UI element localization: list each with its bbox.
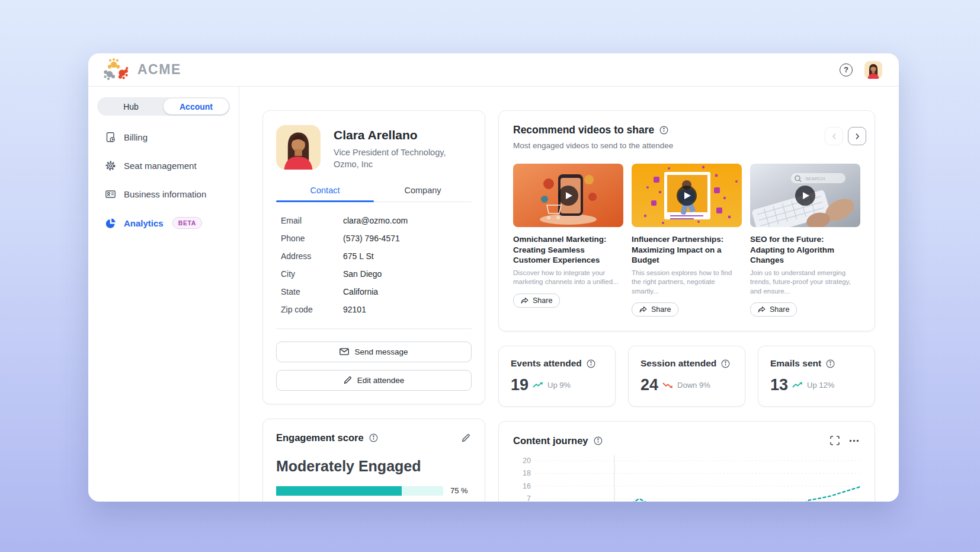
user-avatar[interactable] <box>864 61 882 79</box>
trend-down-icon <box>662 382 673 388</box>
tab-company[interactable]: Company <box>374 186 472 202</box>
info-icon[interactable] <box>594 436 603 445</box>
svg-text:20: 20 <box>523 457 531 465</box>
contact-card: Clara Arellano Vice President of Technol… <box>262 110 485 404</box>
field-phone: Phone (573) 796-4571 <box>281 234 467 244</box>
brand: ACME <box>104 58 181 82</box>
video-thumbnail-influencer[interactable] <box>632 164 742 227</box>
share-icon <box>639 306 647 313</box>
pencil-icon <box>462 433 470 442</box>
gear-icon <box>104 160 116 171</box>
acme-logo-icon <box>104 58 130 82</box>
sidebar-item-label: Analytics <box>124 218 164 228</box>
svg-text:16: 16 <box>523 482 531 490</box>
carousel-prev-button[interactable] <box>825 127 843 145</box>
envelope-icon <box>340 348 349 355</box>
trend-up-icon <box>533 382 543 388</box>
edit-attendee-button[interactable]: Edit attendee <box>276 370 472 391</box>
videos-title: Recommend videos to share <box>513 124 654 136</box>
stats-row: Events attended 19 <box>498 346 875 407</box>
video-card-2: Influencer Partnerships: Maximizing Impa… <box>632 164 742 317</box>
field-state: State California <box>281 287 467 297</box>
share-button[interactable]: Share <box>750 302 797 317</box>
contact-fields: Email clara@ozmo.com Phone (573) 796-457… <box>276 216 472 315</box>
pencil-icon <box>344 376 352 384</box>
content-journey-chart[interactable]: 201816765 <box>513 454 860 502</box>
videos-subtitle: Most engaged videos to send to the atten… <box>513 141 860 150</box>
field-zip: Zip code 92101 <box>281 305 467 315</box>
engagement-bar-label: 75 % <box>450 486 472 495</box>
engagement-bar-track <box>276 486 443 496</box>
hub-account-toggle: Hub Account <box>97 97 230 116</box>
chevron-left-icon <box>831 133 837 140</box>
ellipsis-icon <box>849 439 859 442</box>
stat-card-session-attended: Session attended 24 <box>628 346 745 407</box>
sidebar-item-business-information[interactable]: Business information <box>104 189 230 200</box>
toggle-hub[interactable]: Hub <box>98 98 164 114</box>
expand-button[interactable] <box>829 435 841 446</box>
play-icon[interactable] <box>558 186 578 206</box>
sidebar-item-label: Seat management <box>124 161 197 171</box>
info-icon[interactable] <box>721 359 730 368</box>
info-icon[interactable] <box>587 359 595 368</box>
stat-card-events-attended: Events attended 19 <box>498 346 616 407</box>
divider <box>276 328 472 329</box>
sidebar-item-label: Billing <box>124 132 148 142</box>
attendee-title: Vice President of Technology, Ozmo, Inc <box>334 146 449 171</box>
invoice-icon <box>104 132 116 143</box>
brand-name: ACME <box>137 62 181 78</box>
field-address: Address 675 L St <box>281 251 467 261</box>
info-icon[interactable] <box>659 126 668 135</box>
main-content: Clara Arellano Vice President of Technol… <box>239 87 899 502</box>
field-city: City San Diego <box>281 269 467 279</box>
engagement-bar-fill <box>276 486 402 496</box>
recommended-videos-card: Recommend videos to share Most engaged v… <box>498 110 875 331</box>
carousel-next-button[interactable] <box>848 127 866 145</box>
svg-text:SEARCH: SEARCH <box>805 176 825 181</box>
video-card-3: SEARCH SEO for the Future: Adapting to A… <box>750 164 860 317</box>
sidebar-item-label: Business information <box>124 189 206 199</box>
video-thumbnail-seo[interactable]: SEARCH <box>750 164 860 227</box>
engagement-title: Engagement score <box>276 432 364 443</box>
app-header: ACME ? <box>88 53 899 87</box>
content-journey-card: Content journey <box>498 421 875 502</box>
toggle-account[interactable]: Account <box>164 98 229 114</box>
svg-text:18: 18 <box>523 470 531 478</box>
tab-contact[interactable]: Contact <box>276 186 374 202</box>
engagement-status: Moderately Engaged <box>276 458 472 475</box>
trend-up-icon <box>792 382 803 388</box>
fullscreen-icon <box>830 436 840 445</box>
beta-badge: BETA <box>172 217 202 229</box>
stat-card-emails-sent: Emails sent 13 <box>758 346 875 407</box>
appbar-right: ? <box>840 61 882 79</box>
pie-chart-icon <box>104 218 116 229</box>
chevron-right-icon <box>854 133 860 140</box>
share-button[interactable]: Share <box>632 302 678 317</box>
sidebar-nav: Billing Seat management <box>97 132 230 229</box>
video-card-1: Omnichannel Marketing: Creating Seamless… <box>513 164 623 317</box>
sidebar-item-billing[interactable]: Billing <box>104 132 230 143</box>
content-journey-title: Content journey <box>513 435 588 446</box>
engagement-bar-row: 75 % <box>276 486 472 496</box>
engagement-score-card: Engagement score Moderately Engaged <box>262 419 485 502</box>
field-email: Email clara@ozmo.com <box>281 216 467 226</box>
sidebar-item-analytics[interactable]: Analytics BETA <box>104 217 230 229</box>
id-card-icon <box>104 189 116 200</box>
play-icon[interactable] <box>677 186 697 206</box>
help-icon[interactable]: ? <box>840 63 853 76</box>
attendee-avatar <box>276 125 321 170</box>
edit-engagement-button[interactable] <box>460 432 472 443</box>
info-icon[interactable] <box>369 433 378 442</box>
send-message-button[interactable]: Send message <box>276 342 472 362</box>
play-icon[interactable] <box>795 186 815 206</box>
share-icon <box>521 297 529 304</box>
profile-tabs: Contact Company <box>276 186 472 202</box>
video-thumbnail-ecommerce[interactable] <box>513 164 623 227</box>
app-window: ACME ? Hub Account <box>88 53 899 502</box>
svg-text:7: 7 <box>527 495 531 502</box>
sidebar-item-seat-management[interactable]: Seat management <box>104 160 230 171</box>
info-icon[interactable] <box>826 359 835 368</box>
share-icon <box>758 306 766 313</box>
more-options-button[interactable] <box>848 438 860 443</box>
share-button[interactable]: Share <box>513 293 560 308</box>
